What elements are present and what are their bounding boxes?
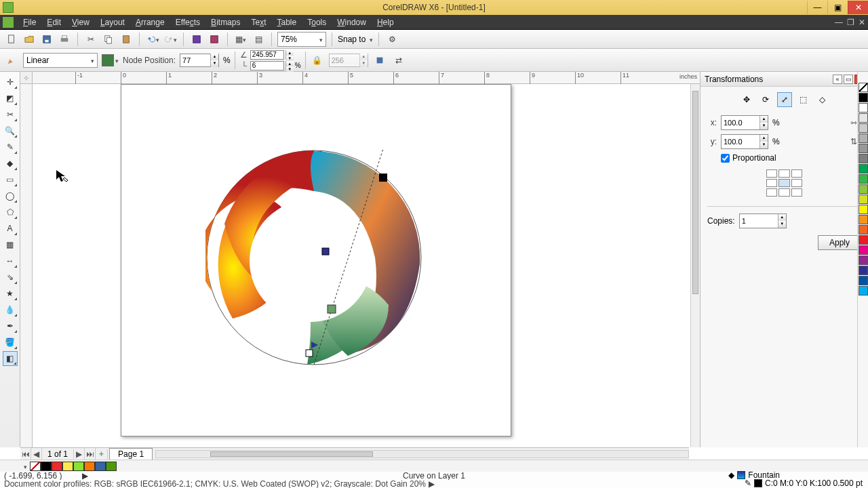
import-button[interactable] <box>189 32 204 47</box>
node-position-field[interactable]: ▲▼ <box>180 54 219 67</box>
print-button[interactable] <box>57 32 72 47</box>
edit-fill-button[interactable] <box>4 53 19 68</box>
shape-tool[interactable]: ◩ <box>3 91 18 106</box>
doc-no-color-swatch[interactable] <box>30 462 41 471</box>
palette-swatch[interactable] <box>859 174 868 184</box>
pick-tool[interactable]: ✛ <box>3 75 18 89</box>
doc-palette-swatch[interactable] <box>62 462 73 471</box>
fill-type-dropdown[interactable]: Linear <box>23 53 98 68</box>
no-color-swatch[interactable] <box>859 83 868 92</box>
export-button[interactable] <box>207 32 222 47</box>
node-color-dropdown[interactable] <box>115 56 119 65</box>
page-tab-1[interactable]: Page 1 <box>109 448 153 460</box>
undo-button[interactable] <box>145 32 160 47</box>
palette-swatch[interactable] <box>859 235 868 245</box>
doc-palette-menu[interactable] <box>20 462 30 471</box>
eyedropper-tool[interactable]: 💧 <box>3 302 18 317</box>
fountain-steps-field[interactable]: ▲▼ <box>329 54 368 67</box>
palette-swatch[interactable] <box>859 286 868 296</box>
palette-swatch[interactable] <box>859 245 868 255</box>
proportional-checkbox[interactable] <box>721 154 730 163</box>
menu-help[interactable]: Help <box>372 18 399 27</box>
canvas-area[interactable]: ⊹ inches -101234567891011 <box>20 72 700 447</box>
vertical-ruler[interactable] <box>20 84 33 447</box>
palette-swatch[interactable] <box>859 266 868 275</box>
doc-palette-swatch[interactable] <box>95 462 106 471</box>
welcome-button[interactable]: ▤ <box>251 32 266 47</box>
palette-swatch[interactable] <box>859 154 868 163</box>
menu-bitmaps[interactable]: Bitmaps <box>205 18 245 27</box>
doc-palette-swatch[interactable] <box>52 462 62 471</box>
dimension-tool[interactable]: ↔ <box>3 253 18 268</box>
mdi-minimize-icon[interactable]: — <box>835 18 843 27</box>
doc-palette-swatch[interactable] <box>73 462 84 471</box>
horizontal-ruler[interactable]: inches -101234567891011 <box>33 72 700 84</box>
palette-swatch[interactable] <box>859 123 868 133</box>
copy-button[interactable] <box>101 32 116 47</box>
zoom-dropdown[interactable]: 75% <box>277 32 326 47</box>
fountain-edge-field[interactable] <box>250 61 284 70</box>
polygon-tool[interactable]: ⬠ <box>3 205 18 220</box>
anchor-grid[interactable] <box>766 169 803 197</box>
minimize-button[interactable]: — <box>807 1 827 14</box>
fountain-angle-field[interactable] <box>250 50 284 60</box>
zoom-tool[interactable]: 🔍 <box>3 123 18 138</box>
save-button[interactable] <box>39 32 54 47</box>
transform-position-icon[interactable]: ✥ <box>739 92 754 107</box>
ellipse-tool[interactable]: ◯ <box>3 188 18 203</box>
menu-view[interactable]: View <box>66 18 95 27</box>
table-tool[interactable]: ▦ <box>3 237 18 252</box>
color-palette[interactable] <box>857 72 868 447</box>
cut-button[interactable]: ✂ <box>83 32 98 47</box>
menu-arrange[interactable]: Arrange <box>130 18 170 27</box>
snap-dropdown[interactable] <box>370 35 373 44</box>
palette-swatch[interactable] <box>859 205 868 214</box>
new-button[interactable] <box>4 32 19 47</box>
vertical-scrollbar[interactable] <box>690 84 700 447</box>
page-prev-button[interactable]: ◀ <box>31 448 42 460</box>
copy-fill-button[interactable] <box>372 53 387 68</box>
palette-swatch[interactable] <box>859 256 868 265</box>
app-launcher-button[interactable]: ▦ <box>233 32 248 47</box>
crop-tool[interactable]: ✂ <box>3 107 18 122</box>
mdi-close-icon[interactable]: ✕ <box>859 18 865 27</box>
text-tool[interactable]: A <box>3 221 18 236</box>
artwork-ring[interactable] <box>205 149 422 366</box>
add-page-button[interactable]: + <box>96 449 108 459</box>
ruler-origin[interactable]: ⊹ <box>20 72 33 84</box>
freehand-tool[interactable]: ✎ <box>3 140 18 155</box>
transform-skew-icon[interactable]: ◇ <box>815 92 830 107</box>
page-last-button[interactable]: ⏭ <box>85 448 96 460</box>
interactive-fill-tool[interactable]: ◧ <box>3 351 18 366</box>
interactive-tool[interactable]: ★ <box>3 286 18 301</box>
paste-button[interactable] <box>119 32 134 47</box>
doc-palette-swatch[interactable] <box>106 462 117 471</box>
rectangle-tool[interactable]: ▭ <box>3 172 18 187</box>
page-next-button[interactable]: ▶ <box>74 448 85 460</box>
options-button[interactable]: ⚙ <box>384 32 399 47</box>
palette-swatch[interactable] <box>859 276 868 285</box>
menu-text[interactable]: Text <box>245 18 271 27</box>
palette-swatch[interactable] <box>859 164 868 174</box>
menu-tools[interactable]: Tools <box>302 18 332 27</box>
profiles-more-icon[interactable]: ▶ <box>429 479 435 488</box>
outline-swatch-icon[interactable] <box>754 479 762 487</box>
x-field[interactable]: ▲▼ <box>721 115 768 130</box>
menu-table[interactable]: Table <box>272 18 302 27</box>
palette-swatch[interactable] <box>859 113 868 123</box>
smart-fill-tool[interactable]: ◆ <box>3 156 18 171</box>
connector-tool[interactable]: ⇘ <box>3 270 18 285</box>
transform-scale-icon[interactable]: ⤢ <box>777 92 792 107</box>
transform-size-icon[interactable]: ⬚ <box>796 92 811 107</box>
docker-menu-button[interactable]: ▭ <box>844 75 853 84</box>
palette-swatch[interactable] <box>859 144 868 153</box>
app-menu-icon[interactable] <box>3 17 14 28</box>
palette-swatch[interactable] <box>859 134 868 143</box>
close-button[interactable]: ✕ <box>848 1 868 14</box>
node-color-swatch[interactable] <box>102 54 114 66</box>
fill-tool[interactable]: 🪣 <box>3 335 18 350</box>
menu-effects[interactable]: Effects <box>170 18 205 27</box>
redo-button[interactable] <box>163 32 178 47</box>
page-first-button[interactable]: ⏮ <box>20 448 31 460</box>
fountain-steps-lock-icon[interactable]: 🔒 <box>310 53 325 68</box>
